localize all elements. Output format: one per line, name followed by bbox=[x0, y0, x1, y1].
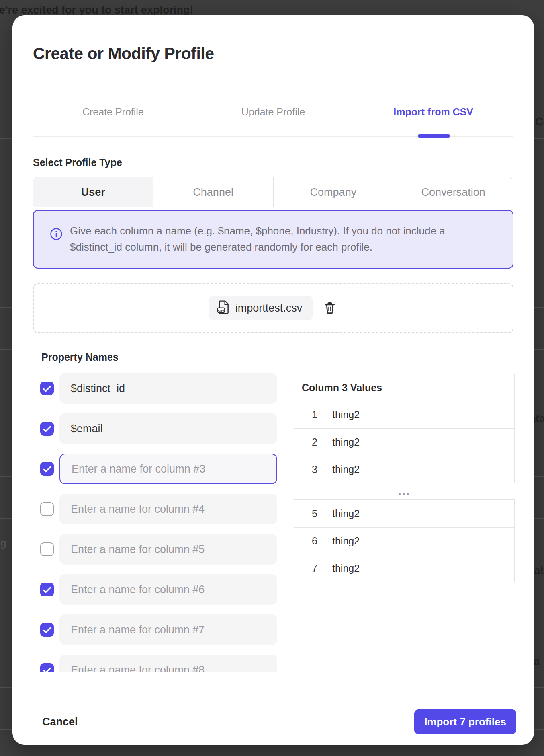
column-6-name-input[interactable] bbox=[59, 574, 277, 605]
property-row-6 bbox=[33, 574, 282, 605]
info-icon bbox=[50, 228, 63, 240]
row-index: 6 bbox=[294, 528, 323, 555]
column-values-preview: Column 3 Values 1 thing2 2 thing2 3 thin… bbox=[294, 374, 515, 582]
property-row-2 bbox=[33, 413, 282, 444]
column-2-name-input[interactable] bbox=[59, 413, 277, 444]
row-value: thing2 bbox=[323, 528, 514, 555]
table-row: 6 thing2 bbox=[294, 527, 514, 555]
profile-type-selector: User Channel Company Conversation bbox=[33, 177, 513, 207]
create-or-modify-profile-dialog: Create or Modify Profile Create Profile … bbox=[12, 15, 534, 745]
profile-type-conversation[interactable]: Conversation bbox=[393, 177, 513, 207]
property-names-label: Property Names bbox=[41, 351, 119, 363]
row-value: thing2 bbox=[323, 456, 514, 483]
row-index: 3 bbox=[294, 456, 323, 483]
property-names-list bbox=[33, 373, 282, 672]
row-value: thing2 bbox=[323, 401, 514, 428]
column-3-checkbox[interactable] bbox=[40, 462, 54, 476]
row-index: 7 bbox=[294, 555, 323, 582]
row-index: 1 bbox=[294, 401, 323, 428]
property-row-3 bbox=[33, 454, 282, 484]
property-row-8 bbox=[33, 655, 282, 672]
background-text-fragment: a bbox=[534, 655, 540, 668]
property-row-4 bbox=[33, 494, 282, 524]
column-values-table-bottom: 5 thing2 6 thing2 7 thing2 bbox=[294, 499, 515, 582]
column-7-name-input[interactable] bbox=[59, 614, 277, 645]
tab-create-profile[interactable]: Create Profile bbox=[33, 106, 193, 118]
import-profiles-button[interactable]: Import 7 profiles bbox=[414, 709, 516, 734]
column-3-name-input[interactable] bbox=[59, 454, 277, 484]
column-values-header: Column 3 Values bbox=[294, 374, 514, 401]
column-1-name-input[interactable] bbox=[59, 373, 277, 404]
column-8-name-input[interactable] bbox=[59, 655, 277, 672]
background-table-rows-left bbox=[0, 97, 12, 756]
active-tab-indicator bbox=[418, 134, 450, 138]
dialog-title: Create or Modify Profile bbox=[33, 44, 214, 63]
background-text-fragment: g bbox=[0, 537, 6, 549]
column-5-checkbox[interactable] bbox=[40, 542, 54, 556]
trash-icon[interactable] bbox=[322, 300, 337, 316]
profile-type-channel[interactable]: Channel bbox=[153, 177, 273, 207]
column-2-checkbox[interactable] bbox=[40, 422, 54, 436]
column-4-name-input[interactable] bbox=[59, 494, 277, 524]
row-index: 5 bbox=[294, 500, 323, 527]
select-profile-type-label: Select Profile Type bbox=[33, 157, 122, 168]
row-value: thing2 bbox=[323, 555, 514, 582]
column-4-checkbox[interactable] bbox=[40, 502, 54, 516]
column-6-checkbox[interactable] bbox=[40, 583, 54, 596]
row-value: thing2 bbox=[323, 429, 514, 456]
svg-text:csv: csv bbox=[218, 308, 224, 312]
background-page-text: e're excited for you to start exploring! bbox=[0, 4, 194, 16]
dialog-tabs: Create Profile Update Profile Import fro… bbox=[33, 106, 513, 118]
row-value: thing2 bbox=[323, 500, 514, 527]
profile-type-company[interactable]: Company bbox=[273, 177, 393, 207]
property-row-7 bbox=[33, 614, 282, 645]
property-row-5 bbox=[33, 534, 282, 565]
uploaded-file-name: importtest.csv bbox=[235, 302, 303, 314]
uploaded-file-chip: csv importtest.csv bbox=[209, 296, 313, 320]
background-column-border-left bbox=[9, 15, 9, 756]
cancel-button[interactable]: Cancel bbox=[42, 716, 78, 728]
csv-upload-dropzone[interactable]: csv importtest.csv bbox=[33, 283, 513, 333]
csv-file-icon: csv bbox=[216, 300, 231, 316]
rows-ellipsis: ... bbox=[294, 483, 515, 499]
table-row: 2 thing2 bbox=[294, 428, 514, 456]
background-text-fragment: Col bbox=[535, 116, 544, 128]
info-banner-text: Give each column a name (e.g. $name, $ph… bbox=[70, 223, 476, 255]
column-5-name-input[interactable] bbox=[59, 534, 277, 565]
table-row: 7 thing2 bbox=[294, 555, 514, 582]
table-row: 5 thing2 bbox=[294, 500, 514, 527]
tab-import-from-csv[interactable]: Import from CSV bbox=[353, 106, 513, 118]
column-7-checkbox[interactable] bbox=[40, 623, 54, 637]
property-row-1 bbox=[33, 373, 282, 404]
column-1-checkbox[interactable] bbox=[40, 382, 54, 395]
column-8-checkbox[interactable] bbox=[40, 663, 54, 672]
tab-update-profile[interactable]: Update Profile bbox=[193, 106, 354, 118]
table-row: 1 thing2 bbox=[294, 401, 514, 428]
profile-type-user[interactable]: User bbox=[33, 177, 153, 207]
column-naming-info-banner: Give each column a name (e.g. $name, $ph… bbox=[33, 210, 513, 269]
column-values-table-top: Column 3 Values 1 thing2 2 thing2 3 thin… bbox=[294, 374, 515, 483]
table-row: 3 thing2 bbox=[294, 456, 514, 483]
row-index: 2 bbox=[294, 429, 323, 456]
